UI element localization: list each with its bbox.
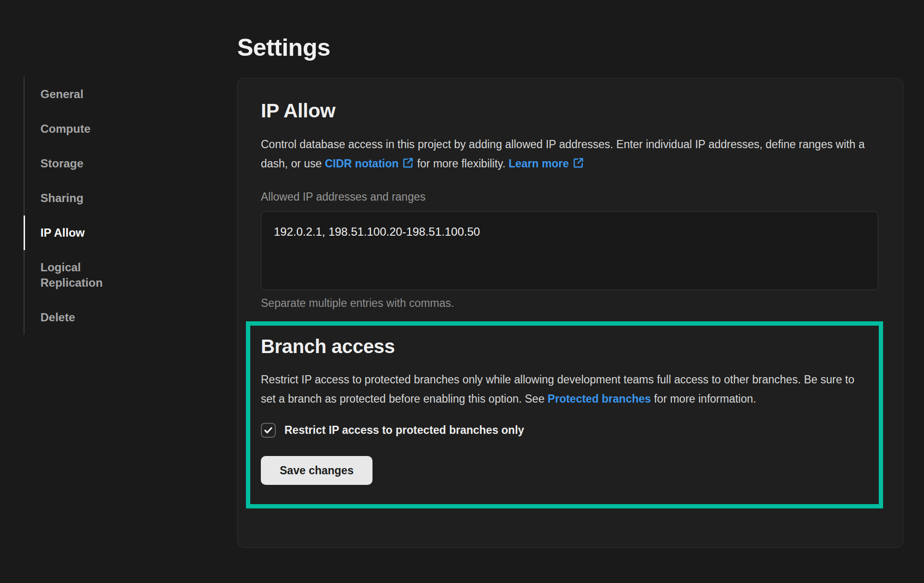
branch-access-highlight: Branch access Restrict IP access to prot… xyxy=(246,321,883,508)
settings-sidebar: General Compute Storage Sharing IP Allow… xyxy=(24,77,139,335)
check-icon xyxy=(263,425,273,435)
sidebar-item-storage[interactable]: Storage xyxy=(25,146,123,181)
cidr-notation-link-label: CIDR notation xyxy=(325,157,398,170)
external-link-icon xyxy=(402,157,414,169)
cidr-notation-link[interactable]: CIDR notation xyxy=(325,157,414,170)
ip-allow-settings-card: IP Allow Control database access in this… xyxy=(237,78,903,548)
description-text: for more flexibility. xyxy=(414,157,508,170)
page-title: Settings xyxy=(237,34,330,62)
restrict-ip-checkbox-label: Restrict IP access to protected branches… xyxy=(284,424,524,437)
protected-branches-link[interactable]: Protected branches xyxy=(548,393,651,405)
sidebar-item-sharing[interactable]: Sharing xyxy=(25,181,123,215)
external-link-icon xyxy=(572,157,584,169)
sidebar-item-delete[interactable]: Delete xyxy=(25,300,123,335)
branch-access-description: Restrict IP access to protected branches… xyxy=(261,370,862,408)
description-text: for more information. xyxy=(651,393,757,405)
ip-allow-heading: IP Allow xyxy=(261,100,878,122)
ip-allow-description: Control database access in this project … xyxy=(261,135,878,173)
save-changes-button[interactable]: Save changes xyxy=(261,456,372,485)
learn-more-link[interactable]: Learn more xyxy=(509,157,584,170)
restrict-ip-checkbox[interactable] xyxy=(261,423,276,438)
restrict-ip-checkbox-row[interactable]: Restrict IP access to protected branches… xyxy=(261,423,864,438)
allowed-ip-helper-text: Separate multiple entries with commas. xyxy=(261,297,878,310)
sidebar-item-ip-allow[interactable]: IP Allow xyxy=(25,215,123,250)
sidebar-item-general[interactable]: General xyxy=(25,77,123,112)
sidebar-item-compute[interactable]: Compute xyxy=(25,112,123,146)
branch-access-heading: Branch access xyxy=(261,335,864,357)
protected-branches-link-label: Protected branches xyxy=(548,393,651,405)
allowed-ip-input[interactable]: 192.0.2.1, 198.51.100.20-198.51.100.50 xyxy=(261,211,878,290)
learn-more-link-label: Learn more xyxy=(509,157,569,170)
sidebar-item-logical-replication[interactable]: Logical Replication xyxy=(25,250,123,300)
allowed-ip-field-label: Allowed IP addresses and ranges xyxy=(261,190,878,203)
